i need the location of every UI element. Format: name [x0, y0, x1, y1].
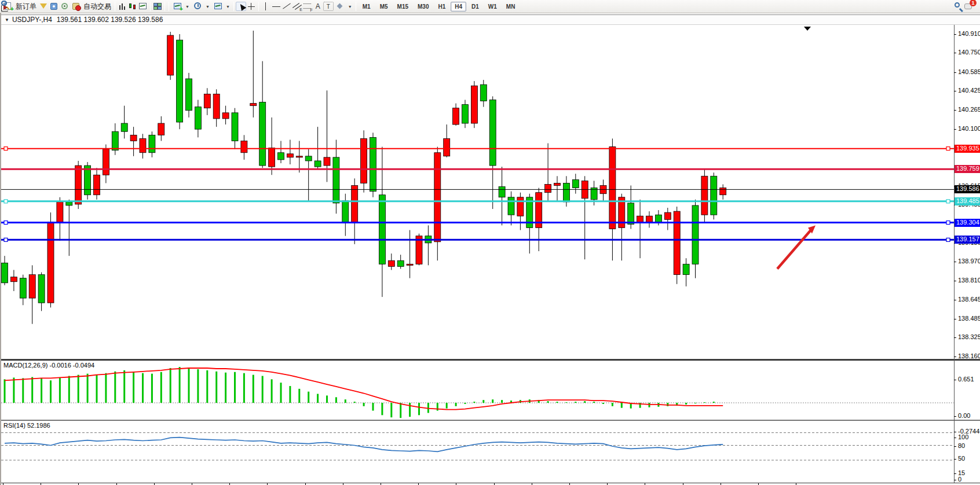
text-label-icon[interactable] — [323, 2, 334, 11]
candle-bear[interactable] — [94, 175, 100, 194]
timeframe-button-mn[interactable]: MN — [502, 2, 520, 12]
candle-bull[interactable] — [112, 131, 118, 150]
candle-bear[interactable] — [103, 149, 109, 175]
candle-bull[interactable] — [397, 260, 404, 266]
macd-panel[interactable] — [1, 361, 954, 420]
candle-bull[interactable] — [692, 205, 699, 264]
candle-bull[interactable] — [379, 195, 385, 264]
candle-bull[interactable] — [305, 156, 312, 161]
arrows-button[interactable]: ▼ — [334, 1, 354, 12]
candle-bear[interactable] — [250, 104, 257, 106]
candle-bull[interactable] — [66, 202, 72, 205]
candle-bear[interactable] — [57, 202, 63, 222]
candle-bear[interactable] — [517, 197, 524, 216]
candle-bear[interactable] — [269, 148, 275, 167]
candle-bull[interactable] — [278, 153, 284, 160]
bar-chart-icon[interactable] — [117, 2, 127, 11]
candle-bull[interactable] — [38, 275, 45, 303]
timeframe-button-w1[interactable]: W1 — [484, 2, 501, 12]
candle-bear[interactable] — [407, 264, 413, 265]
candle-bull[interactable] — [711, 176, 717, 215]
chart-dropdown-icon[interactable]: ▼ — [5, 17, 9, 23]
candle-bear[interactable] — [130, 135, 137, 141]
periods-button[interactable]: ▼ — [191, 1, 211, 12]
timeframe-button-m5[interactable]: M5 — [376, 2, 392, 12]
tile-windows-icon[interactable] — [152, 2, 163, 11]
search-icon[interactable] — [953, 2, 964, 11]
candle-bear[interactable] — [664, 212, 671, 219]
channel-icon[interactable] — [292, 2, 302, 11]
candle-bear[interactable] — [140, 138, 146, 152]
candle-bear[interactable] — [444, 138, 450, 156]
publisher-icon[interactable] — [49, 2, 59, 11]
candle-bear[interactable] — [609, 147, 616, 229]
chart-shift-icon[interactable] — [1, 5, 8, 12]
trendline-icon[interactable] — [281, 2, 292, 11]
candle-bear[interactable] — [287, 154, 293, 157]
candle-bear[interactable] — [222, 113, 229, 119]
candle-bear[interactable] — [674, 211, 680, 274]
timeframe-button-h4[interactable]: H4 — [451, 2, 466, 12]
chart-title-bar[interactable]: ▼ USDJPY-,H4 139.561 139.602 139.526 139… — [1, 14, 980, 25]
candle-bear[interactable] — [471, 86, 477, 123]
candle-bull[interactable] — [20, 278, 26, 298]
candle-bear[interactable] — [545, 184, 551, 192]
candle-bull[interactable] — [489, 100, 496, 166]
candle-bull[interactable] — [259, 102, 266, 166]
candle-bull[interactable] — [2, 263, 8, 282]
candle-bull[interactable] — [572, 179, 579, 188]
timeframe-button-d1[interactable]: D1 — [467, 2, 483, 12]
candle-bull[interactable] — [232, 113, 238, 141]
candle-bull[interactable] — [195, 107, 201, 130]
text-icon[interactable] — [313, 2, 323, 11]
crosshair-icon[interactable] — [246, 2, 257, 11]
candle-bear[interactable] — [434, 153, 441, 242]
rsi-panel[interactable] — [1, 421, 954, 469]
candle-bear[interactable] — [324, 157, 330, 166]
cursor-icon[interactable] — [236, 2, 246, 11]
candle-bear[interactable] — [720, 188, 726, 195]
candlestick-chart-icon[interactable] — [127, 2, 138, 11]
time-axis[interactable]: 23 May 202324 May 08:0025 May 00:0025 Ma… — [1, 483, 980, 485]
horizontal-line-icon[interactable] — [271, 2, 281, 11]
candle-bear[interactable] — [204, 94, 210, 108]
candle-bull[interactable] — [342, 201, 349, 222]
candle-bull[interactable] — [370, 137, 376, 191]
templates-button[interactable]: ▼ — [211, 1, 232, 12]
candle-bear[interactable] — [158, 123, 164, 135]
candle-bull[interactable] — [121, 123, 127, 131]
candle-bear[interactable] — [29, 275, 35, 299]
candle-bull[interactable] — [333, 157, 339, 203]
candle-bull[interactable] — [149, 135, 155, 152]
candle-bull[interactable] — [499, 187, 505, 197]
candle-bear[interactable] — [453, 108, 459, 124]
candle-bear[interactable] — [388, 260, 394, 266]
candle-bear[interactable] — [554, 183, 561, 185]
deposit-icon[interactable] — [38, 2, 49, 11]
timeframe-button-m30[interactable]: M30 — [414, 2, 433, 12]
candle-bull[interactable] — [177, 40, 183, 122]
candle-bear[interactable] — [361, 138, 367, 183]
candle-bull[interactable] — [628, 203, 634, 224]
candle-bull[interactable] — [186, 79, 192, 111]
candle-bear[interactable] — [646, 216, 653, 222]
candle-bull[interactable] — [462, 105, 469, 123]
vertical-line-icon[interactable] — [261, 2, 271, 11]
candle-bear[interactable] — [47, 222, 54, 303]
candle-bear[interactable] — [10, 277, 17, 282]
candle-bear[interactable] — [167, 35, 174, 75]
autotrading-button[interactable]: 自动交易 — [70, 1, 113, 12]
main-price-chart[interactable] — [1, 25, 954, 359]
candle-bull[interactable] — [563, 183, 569, 201]
candle-bull[interactable] — [508, 197, 514, 215]
candle-bear[interactable] — [75, 166, 82, 204]
candle-bear[interactable] — [241, 141, 247, 152]
timeframe-button-m15[interactable]: M15 — [393, 2, 412, 12]
timeframe-button-h1[interactable]: H1 — [434, 2, 449, 12]
timeframe-button-m1[interactable]: M1 — [359, 2, 375, 12]
candle-bear[interactable] — [213, 94, 220, 119]
candle-bull[interactable] — [480, 84, 487, 101]
candle-bull[interactable] — [655, 215, 661, 222]
candle-bear[interactable] — [296, 156, 302, 157]
signals-icon[interactable] — [59, 2, 70, 11]
